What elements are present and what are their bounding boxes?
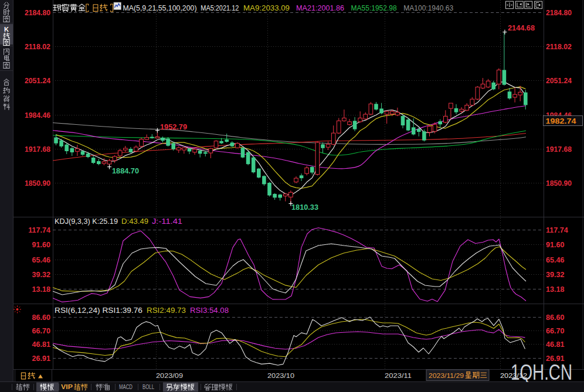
svg-text:65.46: 65.46 bbox=[546, 256, 565, 264]
svg-text:13.18: 13.18 bbox=[32, 285, 51, 294]
svg-text:66.70: 66.70 bbox=[546, 327, 565, 335]
svg-text:2023/10: 2023/10 bbox=[267, 372, 294, 379]
svg-text:2051.24: 2051.24 bbox=[546, 77, 572, 85]
svg-text:91.60: 91.60 bbox=[546, 241, 565, 249]
svg-text:2051.24: 2051.24 bbox=[25, 77, 50, 85]
svg-text:1917.68: 1917.68 bbox=[546, 145, 572, 154]
svg-text:1984.46: 1984.46 bbox=[25, 111, 50, 120]
svg-text:1917.68: 1917.68 bbox=[25, 145, 50, 154]
svg-text:86.60: 86.60 bbox=[32, 313, 51, 322]
svg-text:1952.79: 1952.79 bbox=[160, 123, 187, 131]
svg-text:13.18: 13.18 bbox=[546, 285, 565, 294]
svg-text:2118.02: 2118.02 bbox=[546, 43, 572, 51]
svg-text:2023/09: 2023/09 bbox=[156, 372, 183, 379]
svg-text:26.91: 26.91 bbox=[32, 354, 51, 363]
svg-text:MA5:2021.12: MA5:2021.12 bbox=[201, 4, 239, 12]
svg-text:1QH.CN: 1QH.CN bbox=[511, 360, 572, 384]
svg-text:VIP: VIP bbox=[61, 383, 73, 390]
svg-text:MACD: MACD bbox=[119, 383, 133, 390]
svg-text:D:43.49: D:43.49 bbox=[121, 217, 148, 226]
svg-text:66.70: 66.70 bbox=[32, 327, 51, 335]
svg-text:2023/11: 2023/11 bbox=[385, 372, 412, 379]
svg-text:K: K bbox=[4, 26, 9, 33]
svg-text:1884.70: 1884.70 bbox=[112, 167, 139, 175]
svg-text:MA21:2001.86: MA21:2001.86 bbox=[296, 4, 344, 12]
svg-text:2118.02: 2118.02 bbox=[25, 43, 50, 51]
svg-text:MA(5,9,21,55,100,200): MA(5,9,21,55,100,200) bbox=[123, 4, 197, 12]
svg-text:39.32: 39.32 bbox=[32, 271, 51, 279]
svg-text:2184.80: 2184.80 bbox=[25, 9, 50, 17]
svg-text:1810.33: 1810.33 bbox=[291, 203, 318, 212]
svg-text:91.60: 91.60 bbox=[32, 241, 51, 249]
svg-text:KDJ(9,3,3) K:25.19: KDJ(9,3,3) K:25.19 bbox=[55, 217, 118, 226]
svg-text:1850.90: 1850.90 bbox=[25, 179, 50, 188]
svg-text:86.60: 86.60 bbox=[546, 313, 565, 322]
svg-text:MA100:1940.63: MA100:1940.63 bbox=[403, 4, 453, 12]
svg-text:1850.90: 1850.90 bbox=[546, 179, 572, 188]
svg-text:MA55:1952.98: MA55:1952.98 bbox=[351, 4, 397, 12]
svg-text:46.81: 46.81 bbox=[32, 340, 51, 349]
svg-text:MA9:2033.09: MA9:2033.09 bbox=[243, 4, 290, 12]
svg-text:2144.68: 2144.68 bbox=[508, 24, 535, 32]
svg-text:117.74: 117.74 bbox=[28, 226, 50, 234]
svg-text:46.81: 46.81 bbox=[546, 340, 565, 349]
svg-text:2184.80: 2184.80 bbox=[546, 9, 572, 17]
svg-text:RSI2:49.73: RSI2:49.73 bbox=[147, 306, 186, 315]
svg-text:1982.74: 1982.74 bbox=[546, 117, 577, 125]
svg-text:39.32: 39.32 bbox=[546, 271, 565, 279]
svg-text:RSI(6,12,24) RSI1:39.76: RSI(6,12,24) RSI1:39.76 bbox=[55, 306, 142, 315]
svg-text:BOLL: BOLL bbox=[142, 383, 154, 390]
svg-text:117.74: 117.74 bbox=[546, 226, 568, 234]
svg-text:2023/11/29: 2023/11/29 bbox=[429, 372, 464, 379]
svg-text:65.46: 65.46 bbox=[32, 256, 51, 264]
svg-text:J:-11.41: J:-11.41 bbox=[152, 217, 182, 226]
svg-text:RSI3:54.08: RSI3:54.08 bbox=[190, 306, 229, 315]
